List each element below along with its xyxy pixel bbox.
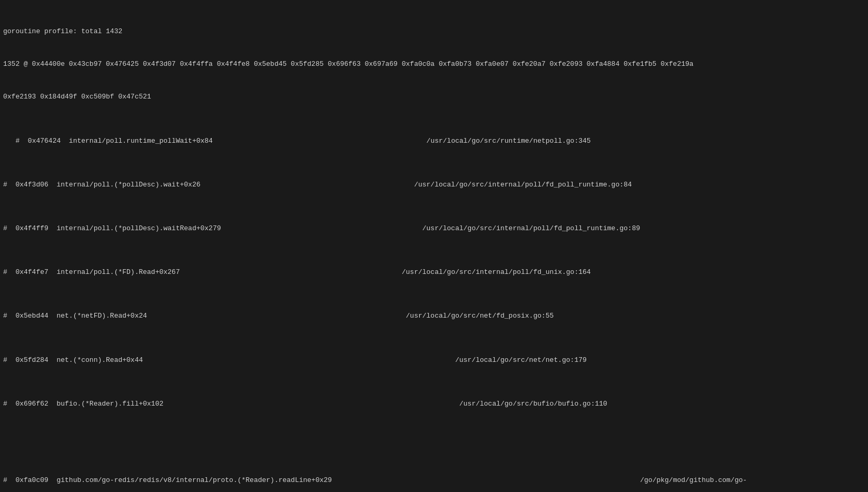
stack-line-3: # 0x4f4ff9 internal/poll.(*pollDesc).wai…	[3, 223, 865, 234]
stack-line-8: # 0xfa0c09 github.com/go-redis/redis/v8/…	[3, 475, 865, 486]
stack-line-7: # 0x696f62 bufio.(*Reader).fill+0x102 /u…	[3, 399, 865, 410]
stack-line-2: # 0x4f3d06 internal/poll.(*pollDesc).wai…	[3, 180, 865, 191]
stack-line-6: # 0x5fd284 net.(*conn).Read+0x44 /usr/lo…	[3, 355, 865, 366]
header-line: goroutine profile: total 1432	[3, 26, 865, 37]
goroutine-profile: goroutine profile: total 1432 1352 @ 0x4…	[3, 4, 865, 492]
hash	[3, 137, 15, 145]
stack-line-5: # 0x5ebd44 net.(*netFD).Read+0x24 /usr/l…	[3, 311, 865, 322]
stack-line-4: # 0x4f4fe7 internal/poll.(*FD).Read+0x26…	[3, 267, 865, 278]
trace1-line: 1352 @ 0x44400e 0x43cb97 0x476425 0x4f3d…	[3, 59, 865, 70]
trace1b-line: 0xfe2193 0x184d49f 0xc509bf 0x47c521	[3, 92, 865, 103]
stack-line-1: # 0x476424 internal/poll.runtime_pollWai…	[3, 136, 865, 147]
